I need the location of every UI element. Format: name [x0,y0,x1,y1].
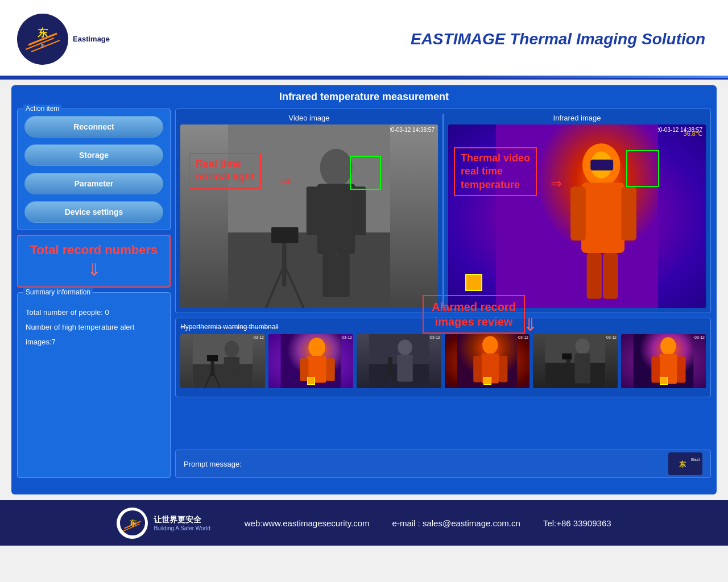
prompt-logo: 东 Eastimage [668,452,702,475]
footer-logo: 东 让世界更安全 Building A Safer World [117,508,210,539]
svg-point-50 [482,336,498,354]
thumbnail-1[interactable]: 2020-03-12 [180,334,265,388]
svg-rect-45 [397,355,412,382]
svg-rect-35 [207,355,218,361]
thumbnails-row: 2020-03-12 [180,334,706,388]
prompt-message-label: Prompt message: [184,460,242,468]
total-record-label: Total record numbers [25,243,163,257]
svg-rect-25 [587,253,602,299]
svg-rect-27 [590,160,613,171]
logo-area: 东 ® Eastimage [17,14,110,65]
svg-rect-16 [322,254,336,297]
annotation-arrow-thermal: ⇒ [551,176,562,192]
main-container: Infrared temperature measurement Action … [11,85,717,494]
total-record-arrow: ⇓ [25,260,163,280]
svg-rect-11 [271,227,299,244]
thumb-icon-2 [307,377,315,385]
summary-section: Summary information Total number of peop… [17,292,171,478]
thermal-video-frame: 2020-03-12 14:38:57 36.8℃ [448,124,706,308]
footer-logo-icon: 东 [117,508,148,539]
footer: 东 让世界更安全 Building A Safer World web:www.… [0,500,728,546]
thumb-icon-4 [483,377,491,385]
header-line [0,76,728,78]
svg-point-30 [225,341,239,358]
thumbnail-2[interactable]: 2020-03-12 [268,334,353,388]
thermal-face-box [626,150,659,187]
svg-rect-7 [228,232,390,308]
thermal-video-section: Infrared image 2020-03-12 14:38:57 36.8℃ [448,114,706,308]
thumbnail-4[interactable]: 2020-03-12 [445,334,530,388]
svg-point-56 [576,338,590,354]
annotation-thermal-2: real time [461,165,503,177]
summary-text: Total number of people: 0 Number of high… [26,305,162,350]
thumbnail-5[interactable]: 2020-03-12 [533,334,618,388]
alert-images-text: Number of high temperature alert images:… [26,320,162,350]
content-row: Action item Reconnect Storage Parameter … [17,109,711,478]
normal-video-section: Video image 2020-03-12 14:38:57 [180,114,438,308]
svg-rect-29 [193,364,253,388]
svg-text:Eastimage: Eastimage [691,457,700,462]
footer-email: e-mail : sales@eastimage.com.cn [392,518,520,528]
thumb-icon-6 [660,377,668,385]
svg-rect-41 [326,358,335,381]
svg-rect-66 [677,356,686,383]
header-title: EASTIMAGE Thermal Imaging Solution [411,30,705,48]
svg-rect-15 [353,186,366,235]
footer-contacts: web:www.eastimagesecurity.com e-mail : s… [245,518,611,528]
annotation-thermal-3: temperature [461,179,520,190]
storage-button[interactable]: Storage [24,144,163,166]
thumbnail-6[interactable]: 2020-03-12 [621,334,706,388]
device-settings-button[interactable]: Device settings [24,201,163,223]
video-panel: Video image 2020-03-12 14:38:57 [175,109,711,313]
panel-title: Infrared temperature measurement [17,91,711,103]
svg-rect-26 [603,253,618,299]
video-label: Video image [180,114,438,122]
svg-rect-53 [499,356,508,382]
action-item-label: Action item [23,105,61,113]
summary-section-label: Summary information [23,288,93,296]
prompt-bar: Prompt message: 东 Eastimage [175,450,711,478]
alarmed-arrow: ⇓ [523,315,537,335]
footer-slogan: 让世界更安全 Building A Safer World [154,515,210,531]
logo-text: Eastimage [73,35,110,43]
alarmed-label-2: images review [435,315,513,328]
normal-video-frame: 2020-03-12 14:38:57 [180,124,438,308]
thumbnail-3[interactable]: 2020-03-12 [357,334,441,388]
thermal-icon [465,274,482,291]
svg-rect-17 [336,254,350,297]
annotation-thermal: Thermal video real time temperature [454,147,537,196]
svg-point-44 [398,340,412,355]
svg-rect-21 [581,183,624,253]
svg-rect-52 [473,356,482,382]
footer-web: web:www.eastimagesecurity.com [245,518,370,528]
reconnect-button[interactable]: Reconnect [24,116,163,138]
svg-rect-65 [651,356,660,383]
svg-point-38 [308,338,325,357]
svg-rect-61 [562,354,572,360]
annotation-normal: Real time normal light [189,153,261,189]
face-detection-box [350,156,381,190]
svg-rect-31 [224,357,239,381]
right-content: Video image 2020-03-12 14:38:57 [175,109,711,478]
header: 东 ® Eastimage EASTIMAGE Thermal Imaging … [0,0,728,80]
svg-rect-23 [570,186,586,240]
svg-text:东: 东 [679,460,686,468]
svg-rect-24 [621,186,636,240]
svg-point-63 [660,337,676,355]
alarmed-label-box: Alarmed record images review [423,295,525,334]
annotation-arrow-normal: ⇒ [280,173,291,189]
svg-rect-13 [317,184,355,255]
alarmed-section: Alarmed record images review ⇓ Hyperther… [175,318,711,443]
svg-rect-14 [307,186,320,235]
svg-point-12 [320,149,353,187]
sidebar: Action item Reconnect Storage Parameter … [17,109,171,478]
annotation-normal-2: normal light [196,171,254,182]
footer-tel: Tel:+86 33909363 [543,518,611,528]
logo-icon: 东 ® [17,14,68,65]
annotation-thermal-1: Thermal video [461,152,530,164]
annotation-normal-1: Real time [196,158,241,169]
action-item-section: Action item Reconnect Storage Parameter … [17,109,171,230]
parameter-button[interactable]: Parameter [24,173,163,194]
total-people-text: Total number of people: 0 [26,305,162,320]
alarmed-label-1: Alarmed record [432,301,516,313]
